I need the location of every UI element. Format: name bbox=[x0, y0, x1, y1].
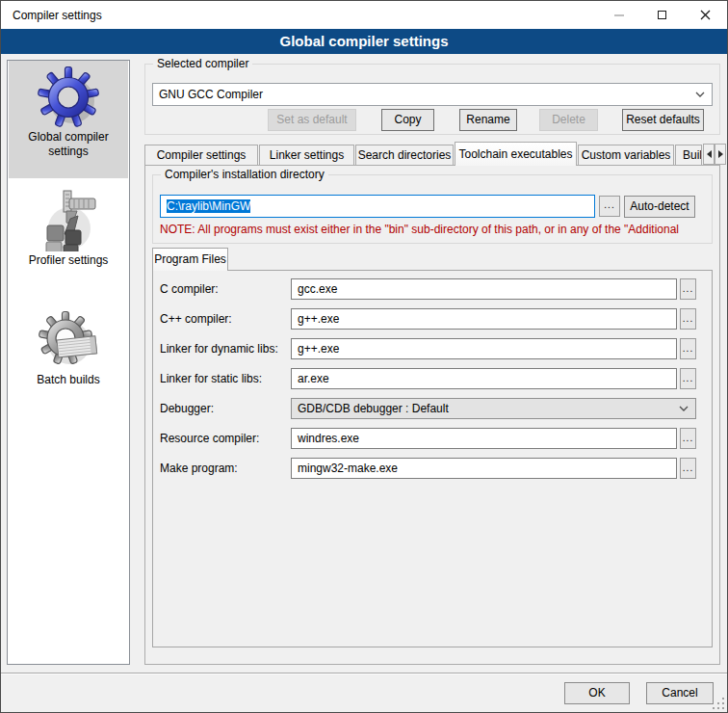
compiler-settings-dialog: Compiler settings Global compiler settin… bbox=[0, 0, 728, 713]
linker-dynamic-input[interactable]: g++.exe bbox=[291, 338, 677, 359]
close-button[interactable] bbox=[684, 1, 727, 29]
compiler-select[interactable]: GNU GCC Compiler bbox=[152, 83, 713, 106]
close-icon bbox=[700, 10, 711, 20]
minimize-icon bbox=[614, 14, 624, 16]
resource-compiler-value: windres.exe bbox=[298, 432, 359, 445]
installation-directory-group-label: Compiler's installation directory bbox=[161, 168, 328, 181]
installation-directory-value: C:\raylib\MinGW bbox=[167, 199, 250, 213]
installation-directory-input[interactable]: C:\raylib\MinGW bbox=[160, 195, 595, 218]
cpp-compiler-value: g++.exe bbox=[298, 312, 339, 326]
selected-compiler-group-label: Selected compiler bbox=[153, 57, 252, 70]
auto-detect-button[interactable]: Auto-detect bbox=[624, 196, 695, 218]
minimize-button bbox=[597, 1, 640, 29]
c-compiler-label: C compiler: bbox=[160, 278, 219, 300]
tab-scroll-left-button[interactable] bbox=[703, 144, 715, 165]
tab-linker-settings[interactable]: Linker settings bbox=[259, 145, 354, 165]
caliper-icon bbox=[38, 190, 99, 251]
rename-button[interactable]: Rename bbox=[459, 109, 517, 131]
resource-compiler-label: Resource compiler: bbox=[160, 428, 259, 449]
make-program-browse-button[interactable]: ... bbox=[680, 458, 696, 479]
cancel-button[interactable]: Cancel bbox=[646, 682, 714, 704]
tab-toolchain-executables[interactable]: Toolchain executables bbox=[455, 142, 577, 166]
blue-gear-icon bbox=[38, 66, 99, 128]
tab-custom-variables[interactable]: Custom variables bbox=[578, 145, 674, 165]
linker-dynamic-label: Linker for dynamic libs: bbox=[160, 338, 278, 359]
c-compiler-input[interactable]: gcc.exe bbox=[291, 278, 677, 300]
resource-compiler-input[interactable]: windres.exe bbox=[291, 428, 677, 449]
c-compiler-value: gcc.exe bbox=[298, 282, 337, 296]
ok-button[interactable]: OK bbox=[564, 682, 630, 704]
linker-static-value: ar.exe bbox=[298, 372, 329, 385]
sidebar-item-label: Global compiler settings bbox=[9, 128, 128, 159]
arrow-left-icon bbox=[707, 150, 712, 158]
sidebar-item-batch-builds[interactable]: Batch builds bbox=[9, 307, 128, 404]
tab-compiler-settings[interactable]: Compiler settings bbox=[144, 145, 258, 165]
sidebar-item-global-compiler-settings[interactable]: Global compiler settings bbox=[9, 61, 128, 178]
window-controls bbox=[597, 1, 727, 29]
arrow-right-icon bbox=[718, 150, 723, 158]
copy-button[interactable]: Copy bbox=[381, 109, 434, 131]
debugger-label: Debugger: bbox=[160, 398, 214, 419]
linker-static-browse-button[interactable]: ... bbox=[680, 368, 696, 389]
delete-button: Delete bbox=[539, 109, 598, 131]
chevron-down-icon bbox=[695, 92, 705, 97]
linker-dynamic-browse-button[interactable]: ... bbox=[680, 338, 696, 359]
make-program-input[interactable]: mingw32-make.exe bbox=[291, 458, 677, 479]
resize-grip[interactable] bbox=[713, 698, 715, 700]
cpp-compiler-label: C++ compiler: bbox=[160, 308, 232, 330]
linker-dynamic-value: g++.exe bbox=[298, 342, 339, 356]
sidebar-item-label: Batch builds bbox=[9, 371, 128, 387]
titlebar: Compiler settings bbox=[1, 1, 727, 29]
reset-defaults-button[interactable]: Reset defaults bbox=[622, 109, 704, 131]
chevron-down-icon bbox=[679, 406, 689, 411]
set-as-default-button: Set as default bbox=[268, 109, 356, 131]
compiler-select-value: GNU GCC Compiler bbox=[159, 88, 263, 101]
make-program-value: mingw32-make.exe bbox=[298, 462, 398, 475]
c-compiler-browse-button[interactable]: ... bbox=[680, 278, 696, 300]
tab-scroll-right-button[interactable] bbox=[715, 144, 726, 165]
cpp-compiler-browse-button[interactable]: ... bbox=[680, 308, 696, 330]
linker-static-label: Linker for static libs: bbox=[160, 368, 262, 389]
linker-static-input[interactable]: ar.exe bbox=[291, 368, 677, 389]
sidebar-item-label: Profiler settings bbox=[9, 251, 128, 268]
tab-search-directories[interactable]: Search directories bbox=[355, 145, 454, 165]
make-program-label: Make program: bbox=[160, 458, 238, 479]
cpp-compiler-input[interactable]: g++.exe bbox=[291, 308, 677, 330]
debugger-select[interactable]: GDB/CDB debugger : Default bbox=[291, 398, 696, 419]
tab-build-options[interactable]: Build bbox=[675, 145, 702, 165]
subtab-program-files[interactable]: Program Files bbox=[152, 248, 228, 271]
browse-directory-button[interactable]: ... bbox=[599, 196, 620, 217]
resource-compiler-browse-button[interactable]: ... bbox=[680, 428, 696, 449]
gray-gear-papers-icon bbox=[38, 309, 99, 371]
dialog-header: Global compiler settings bbox=[1, 29, 727, 54]
window-title: Compiler settings bbox=[1, 9, 102, 22]
footer-divider bbox=[1, 673, 727, 674]
debugger-value: GDB/CDB debugger : Default bbox=[298, 402, 449, 415]
maximize-button[interactable] bbox=[640, 1, 684, 29]
maximize-icon bbox=[658, 11, 666, 19]
bin-subdirectory-note: NOTE: All programs must exist either in … bbox=[160, 223, 711, 236]
sidebar: Global compiler settings bbox=[7, 60, 130, 665]
sidebar-item-profiler-settings[interactable]: Profiler settings bbox=[9, 186, 128, 282]
